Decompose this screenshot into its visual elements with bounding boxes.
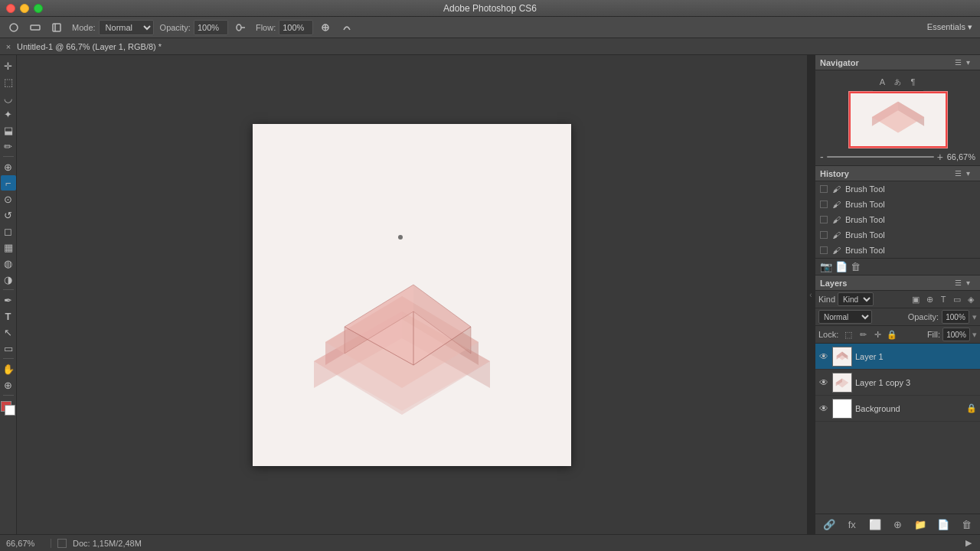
history-brush-icon[interactable]: ↺ [1,207,16,223]
history-collapse-btn[interactable]: ▾ [966,169,975,178]
lock-transparent-icon[interactable]: ⬚ [842,328,854,341]
move-tool-icon[interactable]: ✛ [1,58,16,73]
layers-options-row: Normal Multiply Screen Opacity: ▾ [815,308,980,326]
layers-menu-btn[interactable]: ☰ [955,279,964,288]
text-tool-icon[interactable]: T [1,308,16,324]
tab-close-btn[interactable]: × [3,41,14,52]
maximize-button[interactable] [34,4,43,13]
layer-blend-mode-select[interactable]: Normal Multiply Screen [818,310,872,324]
navigator-para-icon[interactable]: ¶ [906,75,920,89]
filter-shape-icon[interactable]: ▭ [951,293,963,305]
layers-collapse-btn[interactable]: ▾ [966,279,975,288]
path-selection-icon[interactable]: ↖ [1,324,16,340]
document-tab[interactable]: Untitled-1 @ 66,7% (Layer 1, RGB/8) * [14,42,165,51]
history-item[interactable]: 🖌 Brush Tool [815,212,980,227]
fill-input[interactable] [942,328,970,341]
add-mask-btn[interactable]: ⬜ [864,517,886,532]
fill-expand-icon[interactable]: ▾ [972,330,977,340]
essentials-menu[interactable]: Essentials ▾ [927,22,972,32]
zoom-tool-icon[interactable]: ⊕ [1,377,16,393]
layer-row[interactable]: 👁 Layer 1 copy 3 [815,370,980,396]
eyedropper-tool-icon[interactable]: ✏ [1,139,16,154]
clone-stamp-tool-icon[interactable]: ⊙ [1,191,16,207]
spot-heal-tool-icon[interactable]: ⊕ [1,159,16,174]
layer-row[interactable]: 👁 Layer 1 [815,344,980,370]
zoom-slider[interactable] [827,156,934,158]
layer-visibility-toggle[interactable]: 👁 [818,377,829,388]
panel-collapse-handle[interactable]: ‹ [807,55,815,534]
delete-layer-btn[interactable]: 🗑 [956,517,977,532]
navigator-menu-btn[interactable]: ☰ [955,58,964,67]
create-group-btn[interactable]: 📁 [910,517,931,532]
lasso-tool-icon[interactable]: ◡ [1,90,16,106]
create-layer-btn[interactable]: 📄 [933,517,954,532]
navigator-controls: ☰ ▾ [955,58,975,67]
filter-pixel-icon[interactable]: ▣ [910,293,922,305]
canvas-area[interactable] [17,55,807,534]
canvas-wrapper [253,124,571,466]
quick-select-tool-icon[interactable]: ✦ [1,106,16,122]
history-item-label: Brush Tool [845,230,885,240]
history-item[interactable]: 🖌 Brush Tool [815,197,980,212]
foreground-color[interactable] [1,401,16,416]
shape-tool-icon[interactable]: ▭ [1,341,16,356]
delete-history-btn[interactable]: 🗑 [851,261,861,272]
crop-tool-icon[interactable]: ⬓ [1,122,16,138]
filter-adjustment-icon[interactable]: ⊕ [923,293,936,305]
lock-position-icon[interactable]: ✛ [871,328,884,341]
brush-preset-picker[interactable] [5,19,23,36]
history-menu-btn[interactable]: ☰ [955,169,964,178]
navigator-char-icon[interactable]: あ [891,75,905,89]
status-check-icon[interactable] [57,539,67,548]
eraser-tool-icon[interactable]: ◻ [1,223,16,239]
history-item[interactable]: 🖌 Brush Tool [815,181,980,197]
create-new-snapshot-btn[interactable]: 📷 [820,261,832,272]
flow-jitter-btn[interactable] [316,19,335,36]
lock-all-icon[interactable]: 🔒 [886,328,898,341]
filter-type-icon[interactable]: T [937,293,949,305]
tool-separator-1 [3,156,14,157]
brush-settings-btn[interactable] [47,19,66,36]
create-new-document-btn[interactable]: 📄 [835,261,848,272]
status-expand-btn[interactable]: ▶ [963,538,974,549]
hand-tool-icon[interactable]: ✋ [1,361,16,377]
tool-separator-3 [3,358,14,359]
layer-row[interactable]: 👁 Background 🔒 [815,396,980,422]
layer-opacity-input[interactable] [942,310,969,324]
create-adjustment-btn[interactable]: ⊕ [887,517,909,532]
navigator-collapse-btn[interactable]: ▾ [966,58,975,67]
zoom-out-btn[interactable]: - [820,152,824,162]
layer-visibility-toggle[interactable]: 👁 [818,351,829,362]
filter-kind-select[interactable]: Kind [838,292,874,306]
link-layers-btn[interactable]: 🔗 [818,517,840,532]
layers-title: Layers [820,279,847,288]
brush-tool-icon[interactable]: ⌐ [1,175,16,191]
pen-tool-icon[interactable]: ✒ [1,292,16,308]
marquee-tool-icon[interactable]: ⬚ [1,74,16,90]
canvas-document[interactable] [253,124,571,466]
filter-smart-icon[interactable]: ◈ [965,293,977,305]
opacity-input[interactable] [194,20,228,35]
close-button[interactable] [6,4,15,13]
minimize-button[interactable] [20,4,29,13]
flow-input[interactable] [279,20,313,35]
airbrush-toggle[interactable] [231,19,250,36]
mode-select[interactable]: Normal Dissolve Multiply Screen Overlay [99,20,154,35]
history-item-label: Brush Tool [845,200,885,209]
zoom-in-btn[interactable]: + [937,152,943,162]
history-item[interactable]: 🖌 Brush Tool [815,227,980,243]
opacity-expand-icon[interactable]: ▾ [972,312,977,322]
tablet-pressure-btn[interactable] [338,19,356,36]
add-layer-style-btn[interactable]: fx [841,517,863,532]
history-item[interactable]: 🖌 Brush Tool [815,243,980,258]
history-check [820,216,828,223]
navigator-type-icon[interactable]: A [876,75,890,89]
lock-pixels-icon[interactable]: ✏ [857,328,869,341]
layer-visibility-toggle[interactable]: 👁 [818,403,829,414]
gradient-tool-icon[interactable]: ▦ [1,240,16,255]
brush-size-btn[interactable] [26,19,44,36]
dodge-tool-icon[interactable]: ◑ [1,272,16,287]
history-header: History ☰ ▾ [815,166,980,181]
layer-name: Background [855,404,963,413]
blur-tool-icon[interactable]: ◍ [1,256,16,271]
